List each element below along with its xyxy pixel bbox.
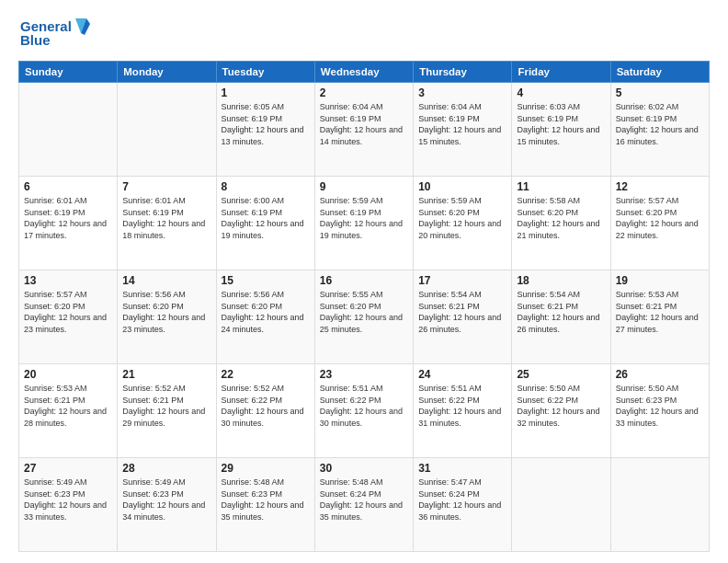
day-cell: 25Sunrise: 5:50 AM Sunset: 6:22 PM Dayli… <box>512 364 610 458</box>
week-row-4: 20Sunrise: 5:53 AM Sunset: 6:21 PM Dayli… <box>19 364 710 458</box>
day-number: 7 <box>122 180 210 193</box>
day-cell: 4Sunrise: 6:03 AM Sunset: 6:19 PM Daylig… <box>512 83 610 177</box>
day-info: Sunrise: 5:57 AM Sunset: 6:20 PM Dayligh… <box>24 289 112 335</box>
weekday-row: SundayMondayTuesdayWednesdayThursdayFrid… <box>19 62 710 83</box>
day-cell: 19Sunrise: 5:53 AM Sunset: 6:21 PM Dayli… <box>610 270 709 364</box>
day-cell: 20Sunrise: 5:53 AM Sunset: 6:21 PM Dayli… <box>19 364 118 458</box>
day-number: 18 <box>517 274 605 287</box>
day-info: Sunrise: 5:50 AM Sunset: 6:22 PM Dayligh… <box>517 383 605 429</box>
day-info: Sunrise: 5:48 AM Sunset: 6:23 PM Dayligh… <box>222 477 310 523</box>
day-number: 11 <box>517 180 605 193</box>
day-number: 23 <box>320 368 408 381</box>
day-info: Sunrise: 6:01 AM Sunset: 6:19 PM Dayligh… <box>24 195 112 241</box>
weekday-header-thursday: Thursday <box>414 62 512 83</box>
day-number: 3 <box>418 86 506 99</box>
day-info: Sunrise: 5:56 AM Sunset: 6:20 PM Dayligh… <box>122 289 210 335</box>
day-number: 19 <box>616 274 704 287</box>
day-number: 22 <box>222 368 310 381</box>
day-number: 16 <box>320 274 408 287</box>
day-number: 26 <box>616 368 704 381</box>
day-cell: 14Sunrise: 5:56 AM Sunset: 6:20 PM Dayli… <box>118 270 216 364</box>
day-info: Sunrise: 5:48 AM Sunset: 6:24 PM Dayligh… <box>320 477 408 523</box>
day-number: 9 <box>320 180 408 193</box>
day-number: 27 <box>24 462 112 475</box>
day-info: Sunrise: 6:04 AM Sunset: 6:19 PM Dayligh… <box>418 101 506 147</box>
day-cell: 24Sunrise: 5:51 AM Sunset: 6:22 PM Dayli… <box>414 364 512 458</box>
day-cell: 10Sunrise: 5:59 AM Sunset: 6:20 PM Dayli… <box>414 177 512 270</box>
weekday-header-wednesday: Wednesday <box>314 62 413 83</box>
day-cell: 27Sunrise: 5:49 AM Sunset: 6:23 PM Dayli… <box>19 458 118 552</box>
day-info: Sunrise: 5:59 AM Sunset: 6:19 PM Dayligh… <box>320 195 408 241</box>
day-number: 25 <box>517 368 605 381</box>
day-cell: 30Sunrise: 5:48 AM Sunset: 6:24 PM Dayli… <box>314 458 413 552</box>
day-info: Sunrise: 5:47 AM Sunset: 6:24 PM Dayligh… <box>418 477 506 523</box>
day-cell: 12Sunrise: 5:57 AM Sunset: 6:20 PM Dayli… <box>610 177 709 270</box>
day-cell: 31Sunrise: 5:47 AM Sunset: 6:24 PM Dayli… <box>414 458 512 552</box>
day-cell: 2Sunrise: 6:04 AM Sunset: 6:19 PM Daylig… <box>314 83 413 177</box>
day-cell: 26Sunrise: 5:50 AM Sunset: 6:23 PM Dayli… <box>610 364 709 458</box>
week-row-2: 6Sunrise: 6:01 AM Sunset: 6:19 PM Daylig… <box>19 177 710 270</box>
day-info: Sunrise: 6:03 AM Sunset: 6:19 PM Dayligh… <box>517 101 605 147</box>
day-cell: 3Sunrise: 6:04 AM Sunset: 6:19 PM Daylig… <box>414 83 512 177</box>
day-number: 8 <box>222 180 310 193</box>
day-number: 29 <box>222 462 310 475</box>
day-cell: 15Sunrise: 5:56 AM Sunset: 6:20 PM Dayli… <box>216 270 314 364</box>
day-cell: 28Sunrise: 5:49 AM Sunset: 6:23 PM Dayli… <box>118 458 216 552</box>
day-cell: 29Sunrise: 5:48 AM Sunset: 6:23 PM Dayli… <box>216 458 314 552</box>
day-number: 21 <box>122 368 210 381</box>
day-number: 5 <box>616 86 704 99</box>
day-cell: 23Sunrise: 5:51 AM Sunset: 6:22 PM Dayli… <box>314 364 413 458</box>
day-number: 14 <box>122 274 210 287</box>
day-cell <box>610 458 709 552</box>
weekday-header-monday: Monday <box>118 62 216 83</box>
week-row-1: 1Sunrise: 6:05 AM Sunset: 6:19 PM Daylig… <box>19 83 710 177</box>
day-info: Sunrise: 6:01 AM Sunset: 6:19 PM Dayligh… <box>122 195 210 241</box>
day-number: 6 <box>24 180 112 193</box>
day-info: Sunrise: 5:51 AM Sunset: 6:22 PM Dayligh… <box>320 383 408 429</box>
day-info: Sunrise: 5:53 AM Sunset: 6:21 PM Dayligh… <box>616 289 704 335</box>
day-number: 17 <box>418 274 506 287</box>
day-number: 2 <box>320 86 408 99</box>
day-number: 10 <box>418 180 506 193</box>
weekday-header-tuesday: Tuesday <box>216 62 314 83</box>
day-number: 31 <box>418 462 506 475</box>
day-cell <box>19 83 118 177</box>
day-cell: 13Sunrise: 5:57 AM Sunset: 6:20 PM Dayli… <box>19 270 118 364</box>
day-cell: 8Sunrise: 6:00 AM Sunset: 6:19 PM Daylig… <box>216 177 314 270</box>
day-cell: 18Sunrise: 5:54 AM Sunset: 6:21 PM Dayli… <box>512 270 610 364</box>
day-number: 1 <box>222 86 310 99</box>
day-number: 28 <box>122 462 210 475</box>
day-cell: 1Sunrise: 6:05 AM Sunset: 6:19 PM Daylig… <box>216 83 314 177</box>
day-number: 4 <box>517 86 605 99</box>
week-row-5: 27Sunrise: 5:49 AM Sunset: 6:23 PM Dayli… <box>19 458 710 552</box>
day-info: Sunrise: 5:58 AM Sunset: 6:20 PM Dayligh… <box>517 195 605 241</box>
calendar-body: 1Sunrise: 6:05 AM Sunset: 6:19 PM Daylig… <box>19 83 710 552</box>
day-info: Sunrise: 5:52 AM Sunset: 6:21 PM Dayligh… <box>122 383 210 429</box>
day-info: Sunrise: 5:55 AM Sunset: 6:20 PM Dayligh… <box>320 289 408 335</box>
day-cell: 11Sunrise: 5:58 AM Sunset: 6:20 PM Dayli… <box>512 177 610 270</box>
svg-text:Blue: Blue <box>20 32 51 48</box>
day-info: Sunrise: 5:51 AM Sunset: 6:22 PM Dayligh… <box>418 383 506 429</box>
day-info: Sunrise: 6:00 AM Sunset: 6:19 PM Dayligh… <box>222 195 310 241</box>
day-cell: 5Sunrise: 6:02 AM Sunset: 6:19 PM Daylig… <box>610 83 709 177</box>
day-cell: 16Sunrise: 5:55 AM Sunset: 6:20 PM Dayli… <box>314 270 413 364</box>
header: GeneralBlue <box>18 15 710 52</box>
day-info: Sunrise: 6:02 AM Sunset: 6:19 PM Dayligh… <box>616 101 704 147</box>
day-cell: 17Sunrise: 5:54 AM Sunset: 6:21 PM Dayli… <box>414 270 512 364</box>
day-info: Sunrise: 5:54 AM Sunset: 6:21 PM Dayligh… <box>418 289 506 335</box>
calendar-header: SundayMondayTuesdayWednesdayThursdayFrid… <box>19 62 710 83</box>
day-info: Sunrise: 5:49 AM Sunset: 6:23 PM Dayligh… <box>24 477 112 523</box>
day-cell <box>118 83 216 177</box>
day-info: Sunrise: 5:50 AM Sunset: 6:23 PM Dayligh… <box>616 383 704 429</box>
day-info: Sunrise: 5:52 AM Sunset: 6:22 PM Dayligh… <box>222 383 310 429</box>
week-row-3: 13Sunrise: 5:57 AM Sunset: 6:20 PM Dayli… <box>19 270 710 364</box>
day-number: 20 <box>24 368 112 381</box>
day-cell <box>512 458 610 552</box>
weekday-header-saturday: Saturday <box>610 62 709 83</box>
day-info: Sunrise: 5:57 AM Sunset: 6:20 PM Dayligh… <box>616 195 704 241</box>
day-number: 24 <box>418 368 506 381</box>
day-number: 30 <box>320 462 408 475</box>
day-info: Sunrise: 5:59 AM Sunset: 6:20 PM Dayligh… <box>418 195 506 241</box>
weekday-header-friday: Friday <box>512 62 610 83</box>
day-info: Sunrise: 5:54 AM Sunset: 6:21 PM Dayligh… <box>517 289 605 335</box>
